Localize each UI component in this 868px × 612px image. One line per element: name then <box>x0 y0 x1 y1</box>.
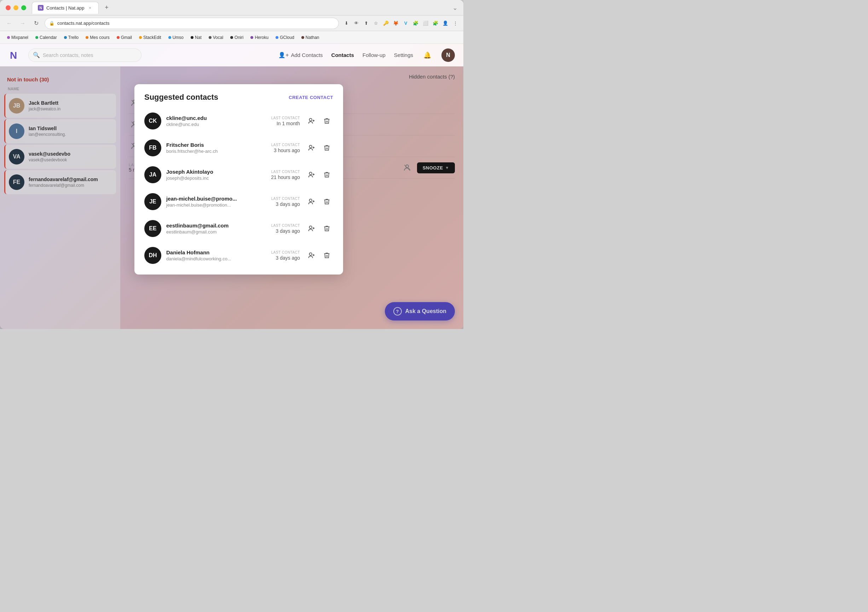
user-avatar[interactable]: N <box>442 48 455 62</box>
modal-contact-ckline[interactable]: CK ckline@unc.edu ckline@unc.edu LAST CO… <box>140 107 338 135</box>
bookmark-calendar[interactable]: Calendar <box>33 34 60 41</box>
delete-dh-btn[interactable] <box>321 249 333 262</box>
bookmark-gcloud[interactable]: GCloud <box>273 34 297 41</box>
profile-icon[interactable]: 👤 <box>442 19 449 27</box>
add-contact-ja-btn[interactable] <box>305 168 318 181</box>
modal-contact-name-fb: Fritscher Boris <box>166 142 267 148</box>
stackedit-icon <box>139 36 142 39</box>
header-nav: 👤+ Add Contacts Contacts Follow-up Setti… <box>278 48 455 62</box>
eye-icon[interactable]: 👁 <box>352 19 360 27</box>
bookmark-mes-cours[interactable]: Mes cours <box>83 34 112 41</box>
add-contact-fb-btn[interactable] <box>305 141 318 154</box>
share-icon[interactable]: ⬆ <box>362 19 370 27</box>
modal-contact-info-dh: Daniela Hofmann daniela@mindfulcoworking… <box>166 249 267 262</box>
mes-cours-icon <box>85 36 88 39</box>
nav-contacts[interactable]: Contacts <box>332 52 354 58</box>
window-menu-btn[interactable]: ⌄ <box>453 4 458 12</box>
modal-contact-fb[interactable]: FB Fritscher Boris boris.fritscher@he-ar… <box>140 135 338 161</box>
gmail-icon <box>117 36 119 39</box>
menu-icon[interactable]: ⋮ <box>451 19 459 27</box>
modal-contact-name-je: jean-michel.buise@promo... <box>166 196 267 201</box>
modal-last-label-ja: LAST CONTACT <box>271 170 300 174</box>
forward-btn[interactable]: → <box>18 19 28 28</box>
modal-contact-email-fb: boris.fritscher@he-arc.ch <box>166 149 267 154</box>
modal-avatar-ja: JA <box>144 166 161 183</box>
download-icon[interactable]: ⬇ <box>343 19 350 27</box>
calendar-icon <box>36 36 38 39</box>
ext1-icon[interactable]: 🧩 <box>412 19 420 27</box>
new-tab-btn[interactable]: + <box>102 3 112 13</box>
create-contact-btn[interactable]: CREATE CONTACT <box>288 95 333 100</box>
tab-title: Contacts | Nat.app <box>46 5 84 11</box>
modal-contact-ja[interactable]: JA Joseph Akintolayo joseph@deposits.inc… <box>140 161 338 188</box>
bookmark-heroku[interactable]: Heroku <box>248 34 271 41</box>
bookmark-mixpanel[interactable]: Mixpanel <box>4 34 31 41</box>
fox-icon[interactable]: 🦊 <box>392 19 400 27</box>
add-contact-je-btn[interactable] <box>305 195 318 208</box>
modal-last-contact-ja: LAST CONTACT 21 hours ago <box>271 170 300 180</box>
lock-icon: 🔒 <box>49 21 54 26</box>
ext3-icon[interactable]: 🧩 <box>431 19 439 27</box>
gcloud-icon <box>276 36 278 39</box>
fullscreen-window-btn[interactable] <box>21 5 26 10</box>
nav-follow-up[interactable]: Follow-up <box>363 52 386 58</box>
url-text: contacts.nat.app/contacts <box>57 20 109 26</box>
trello-icon <box>64 36 67 39</box>
ext2-icon[interactable]: ⬜ <box>422 19 429 27</box>
nav-follow-up-label: Follow-up <box>363 52 386 58</box>
modal-actions-fb <box>305 141 333 154</box>
modal-contact-je[interactable]: JE jean-michel.buise@promo... jean-miche… <box>140 188 338 215</box>
nav-settings[interactable]: Settings <box>394 52 413 58</box>
svg-point-24 <box>310 253 312 256</box>
bookmark-vocal[interactable]: Vocal <box>206 34 226 41</box>
modal-contact-dh[interactable]: DH Daniela Hofmann daniela@mindfulcowork… <box>140 242 338 269</box>
modal-contact-email-dh: daniela@mindfulcoworking.co... <box>166 256 267 262</box>
bookmark-label: Nat <box>195 35 202 40</box>
back-btn[interactable]: ← <box>4 19 14 28</box>
password-icon[interactable]: 🔑 <box>382 19 390 27</box>
bookmark-oniri[interactable]: Oniri <box>228 34 246 41</box>
refresh-btn[interactable]: ↻ <box>31 19 41 28</box>
url-bar[interactable]: 🔒 contacts.nat.app/contacts <box>45 18 339 29</box>
app-header: N 🔍 Search contacts, notes 👤+ Add Contac… <box>0 44 463 67</box>
main-content: Not in touch (30) NAME JB Jack Bartlett … <box>0 67 463 329</box>
modal-avatar-je: JE <box>144 193 161 210</box>
bookmark-umso[interactable]: Umso <box>166 34 186 41</box>
delete-ck-btn[interactable] <box>321 115 333 127</box>
add-contact-dh-btn[interactable] <box>305 249 318 262</box>
active-tab[interactable]: N Contacts | Nat.app × <box>32 2 99 14</box>
svg-point-9 <box>310 119 312 121</box>
bookmark-gmail[interactable]: Gmail <box>114 34 135 41</box>
nav-add-contacts[interactable]: 👤+ Add Contacts <box>278 52 322 58</box>
modal-last-contact-fb: LAST CONTACT 3 hours ago <box>271 143 300 153</box>
oniri-icon <box>230 36 233 39</box>
tab-close-btn[interactable]: × <box>87 5 93 11</box>
minimize-window-btn[interactable] <box>14 5 19 10</box>
delete-ja-btn[interactable] <box>321 168 333 181</box>
v-icon[interactable]: V <box>402 19 409 27</box>
app-logo[interactable]: N <box>8 49 21 62</box>
bookmark-trello[interactable]: Trello <box>61 34 82 41</box>
add-contact-ee-btn[interactable] <box>305 222 318 235</box>
close-window-btn[interactable] <box>6 5 11 10</box>
delete-ee-btn[interactable] <box>321 222 333 235</box>
modal-contact-email-ck: ckline@unc.edu <box>166 122 267 127</box>
bookmark-nathan[interactable]: Nathan <box>299 34 322 41</box>
star-icon[interactable]: ☆ <box>372 19 380 27</box>
modal-actions-ja <box>305 168 333 181</box>
modal-contact-ee[interactable]: EE eestlinbaum@gmail.com eestlinbaum@gma… <box>140 215 338 242</box>
modal-last-label-je: LAST CONTACT <box>271 197 300 201</box>
modal-actions-ee <box>305 222 333 235</box>
search-bar[interactable]: 🔍 Search contacts, notes <box>28 48 141 62</box>
suggested-contacts-modal: Suggested contacts CREATE CONTACT CK ckl… <box>135 84 343 274</box>
bookmark-nat[interactable]: Nat <box>188 34 205 41</box>
delete-fb-btn[interactable] <box>321 141 333 154</box>
bookmark-stackedit[interactable]: StackEdit <box>136 34 164 41</box>
notifications-btn[interactable]: 🔔 <box>422 50 433 61</box>
bookmark-label: Vocal <box>213 35 223 40</box>
delete-je-btn[interactable] <box>321 195 333 208</box>
nat-icon <box>191 36 194 39</box>
modal-avatar-dh: DH <box>144 247 161 264</box>
add-contact-ck-btn[interactable] <box>305 115 318 127</box>
modal-contact-name-ja: Joseph Akintolayo <box>166 169 266 175</box>
